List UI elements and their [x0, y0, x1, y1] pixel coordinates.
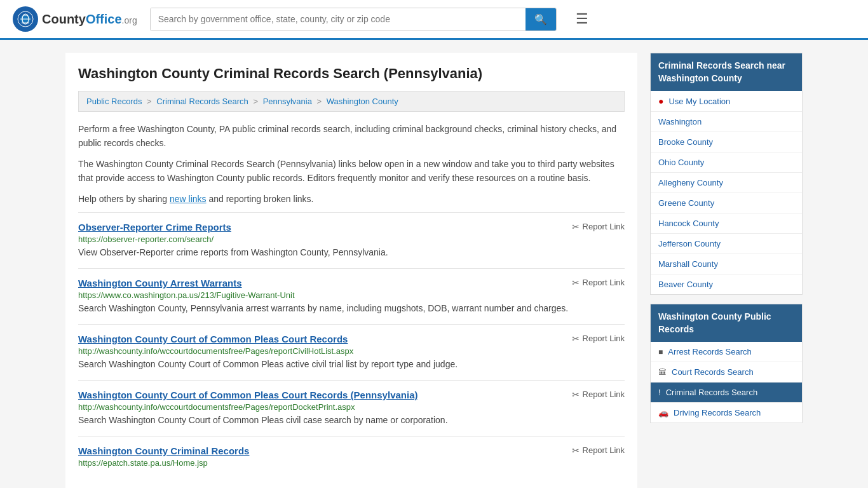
- description-2: The Washington County Criminal Records S…: [78, 157, 625, 186]
- description-1: Perform a free Washington County, PA pub…: [78, 122, 625, 151]
- report-link-label: Report Link: [583, 334, 625, 343]
- report-link-label: Report Link: [583, 278, 625, 287]
- report-link-3[interactable]: ✂ Report Link: [572, 390, 625, 400]
- driving-icon: 🚗: [658, 408, 668, 417]
- record-title[interactable]: Washington County Court of Common Pleas …: [78, 390, 418, 400]
- report-icon: ✂: [572, 334, 580, 344]
- sidebar-nearby-item[interactable]: Ohio County: [651, 152, 802, 173]
- search-button[interactable]: 🔍: [526, 8, 556, 30]
- nearby-title: Criminal Records Search near Washington …: [651, 53, 802, 91]
- sidebar-public-records-item[interactable]: 🏛Court Records Search: [651, 362, 802, 383]
- new-links[interactable]: new links: [170, 194, 207, 204]
- logo-link[interactable]: CountyOffice.org: [13, 6, 137, 32]
- record-title[interactable]: Washington County Court of Common Pleas …: [78, 334, 348, 344]
- nearby-link[interactable]: Allegheny County: [658, 178, 723, 187]
- nearby-link[interactable]: Hancock County: [658, 219, 719, 228]
- breadcrumb-washington-county[interactable]: Washington County: [327, 97, 398, 106]
- nearby-link[interactable]: Ohio County: [658, 158, 704, 167]
- public-records-links: ■Arrest Records Search🏛Court Records Sea…: [651, 342, 802, 423]
- nearby-link[interactable]: Marshall County: [658, 259, 718, 269]
- report-link-label: Report Link: [583, 445, 625, 455]
- records-list: Observer-Reporter Crime Reports ✂ Report…: [78, 212, 625, 478]
- description-3: Help others by sharing new links and rep…: [78, 192, 625, 206]
- search-bar: 🔍: [150, 8, 557, 31]
- sidebar-nearby-item[interactable]: Washington: [651, 112, 802, 132]
- public-records-link[interactable]: Driving Records Search: [674, 408, 761, 417]
- search-input[interactable]: [151, 8, 526, 30]
- arrest-icon: ■: [658, 348, 663, 356]
- breadcrumb-pennsylvania[interactable]: Pennsylvania: [263, 97, 312, 106]
- record-item: Observer-Reporter Crime Reports ✂ Report…: [78, 212, 625, 268]
- nearby-link[interactable]: Jefferson County: [658, 239, 721, 248]
- sidebar-nearby-item[interactable]: Marshall County: [651, 254, 802, 274]
- record-url[interactable]: https://epatch.state.pa.us/Home.jsp: [78, 458, 625, 468]
- report-icon: ✂: [572, 278, 580, 288]
- nearby-link[interactable]: Washington: [658, 117, 702, 126]
- nearby-link[interactable]: Greene County: [658, 198, 714, 208]
- public-records-link[interactable]: Criminal Records Search: [666, 388, 758, 397]
- header: CountyOffice.org 🔍 ☰: [0, 0, 868, 40]
- page-title: Washington County Criminal Records Searc…: [78, 65, 625, 82]
- sidebar-nearby-item[interactable]: Jefferson County: [651, 234, 802, 254]
- public-records-link[interactable]: Court Records Search: [672, 367, 754, 377]
- logo-icon: [13, 6, 38, 32]
- page-container: Washington County Criminal Records Searc…: [53, 40, 815, 488]
- use-my-location[interactable]: ● Use My Location: [651, 91, 802, 112]
- nearby-link[interactable]: Brooke County: [658, 137, 713, 147]
- record-item: Washington County Criminal Records ✂ Rep…: [78, 436, 625, 478]
- report-link-2[interactable]: ✂ Report Link: [572, 334, 625, 344]
- logo-text: CountyOffice.org: [42, 12, 137, 27]
- report-link-label: Report Link: [583, 390, 625, 399]
- report-icon: ✂: [572, 445, 580, 456]
- record-item: Washington County Court of Common Pleas …: [78, 380, 625, 436]
- breadcrumb-public-records[interactable]: Public Records: [86, 97, 142, 106]
- record-url[interactable]: http://washcounty.info/wccourtdocumentsf…: [78, 346, 625, 356]
- breadcrumb-criminal-records[interactable]: Criminal Records Search: [156, 97, 248, 106]
- nearby-link[interactable]: Beaver County: [658, 280, 713, 289]
- court-icon: 🏛: [658, 367, 667, 377]
- report-link-1[interactable]: ✂ Report Link: [572, 278, 625, 288]
- sidebar-public-records-item[interactable]: ■Arrest Records Search: [651, 342, 802, 362]
- record-title[interactable]: Washington County Criminal Records: [78, 445, 249, 456]
- criminal-icon: !: [658, 388, 661, 397]
- record-desc: Search Washington County Court of Common…: [78, 358, 625, 371]
- location-icon: ●: [658, 96, 663, 106]
- sidebar-public-records-item[interactable]: 🚗Driving Records Search: [651, 403, 802, 423]
- record-desc: Search Washington County, Pennsylvania a…: [78, 302, 625, 315]
- report-link-label: Report Link: [583, 222, 625, 231]
- public-records-box: Washington County Public Records ■Arrest…: [650, 304, 803, 423]
- sidebar-nearby-item[interactable]: Beaver County: [651, 274, 802, 294]
- menu-icon[interactable]: ☰: [576, 11, 588, 27]
- sidebar-public-records-item[interactable]: !Criminal Records Search: [651, 383, 802, 403]
- sidebar-nearby-item[interactable]: Brooke County: [651, 132, 802, 152]
- report-link-4[interactable]: ✂ Report Link: [572, 445, 625, 456]
- sidebar-nearby-item[interactable]: Greene County: [651, 193, 802, 214]
- record-title[interactable]: Washington County Arrest Warrants: [78, 278, 242, 288]
- public-records-link[interactable]: Arrest Records Search: [668, 347, 752, 356]
- record-url[interactable]: https://www.co.washington.pa.us/213/Fugi…: [78, 290, 625, 300]
- record-desc: View Observer-Reporter crime reports fro…: [78, 246, 625, 259]
- record-item: Washington County Court of Common Pleas …: [78, 324, 625, 380]
- public-records-title: Washington County Public Records: [651, 304, 802, 342]
- record-item: Washington County Arrest Warrants ✂ Repo…: [78, 268, 625, 324]
- nearby-links: WashingtonBrooke CountyOhio CountyAllegh…: [651, 112, 802, 294]
- sidebar-nearby-item[interactable]: Hancock County: [651, 214, 802, 234]
- record-url[interactable]: http://washcounty.info/wccourtdocumentsf…: [78, 402, 625, 412]
- breadcrumb: Public Records > Criminal Records Search…: [78, 91, 625, 112]
- use-my-location-link[interactable]: Use My Location: [668, 97, 730, 106]
- record-title[interactable]: Observer-Reporter Crime Reports: [78, 222, 231, 233]
- sidebar-nearby-item[interactable]: Allegheny County: [651, 173, 802, 193]
- report-icon: ✂: [572, 390, 580, 400]
- report-icon: ✂: [572, 222, 580, 232]
- nearby-box: Criminal Records Search near Washington …: [650, 53, 803, 295]
- record-url[interactable]: https://observer-reporter.com/search/: [78, 234, 625, 244]
- main-content: Washington County Criminal Records Searc…: [65, 53, 637, 488]
- record-desc: Search Washington County Court of Common…: [78, 414, 625, 427]
- sidebar: Criminal Records Search near Washington …: [650, 53, 803, 488]
- report-link-0[interactable]: ✂ Report Link: [572, 222, 625, 232]
